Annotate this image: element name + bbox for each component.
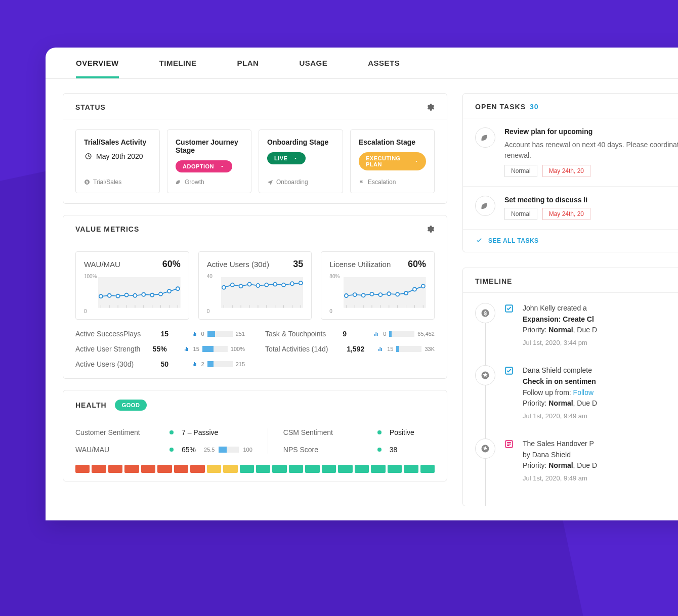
y-label: 100% <box>84 274 97 279</box>
main-tabs: OVERVIEW TIMELINE PLAN USAGE ASSETS <box>46 48 678 79</box>
svg-point-16 <box>142 293 145 296</box>
health-segment <box>355 465 369 473</box>
health-segment <box>371 465 385 473</box>
open-tasks-title: OPEN TASKS <box>475 103 526 111</box>
svg-point-32 <box>222 286 225 289</box>
vm-sparkline: 15 100% <box>183 346 245 352</box>
health-label: NPS Score <box>283 446 369 454</box>
vm-chart-value: 60% <box>162 259 181 270</box>
onboard-pill[interactable]: LIVE <box>267 152 306 164</box>
see-all-tasks[interactable]: SEE ALL TASKS <box>463 230 678 252</box>
task-item[interactable]: Set meeting to discuss li Normal May 24t… <box>463 187 678 230</box>
vm-row-value: 55% <box>153 345 176 353</box>
svg-point-19 <box>167 289 171 293</box>
svg-point-40 <box>290 282 294 285</box>
health-segment <box>174 465 188 473</box>
svg-point-34 <box>239 284 242 288</box>
svg-point-55 <box>362 293 365 297</box>
check-icon <box>504 304 514 313</box>
status-card-foot: Escalation <box>359 179 426 186</box>
status-title: STATUS <box>75 103 106 111</box>
mini-bar: 25.5 100 <box>204 447 252 453</box>
health-segment <box>157 465 172 473</box>
vm-chart-value: 35 <box>293 259 303 270</box>
timeline-node-icon <box>475 303 495 323</box>
status-card-title: Onboarding Stage <box>267 138 334 146</box>
vm-chart: Active Users (30d) 35 40 0 <box>198 251 312 320</box>
health-label: WAU/MAU <box>75 446 161 454</box>
status-card-escalation: Escalation Stage EXECUTING PLAN Escalati… <box>350 129 435 193</box>
status-card-foot: Trial/Sales <box>84 179 151 186</box>
health-label: CSM Sentiment <box>283 428 369 436</box>
y-label: 80% <box>329 274 340 279</box>
vm-row-value: 1,592 <box>347 345 370 353</box>
y-label: 0 <box>84 309 87 314</box>
health-segment <box>305 465 319 473</box>
timeline-item[interactable]: John Kelly created a Expansion: Create C… <box>475 303 678 365</box>
svg-point-20 <box>176 287 180 290</box>
health-segment <box>240 465 254 473</box>
gear-icon[interactable] <box>426 103 435 112</box>
timeline-item[interactable]: The Sales Handover Pby Dana ShieldPriori… <box>475 438 678 501</box>
vm-title: VALUE METRICS <box>75 225 139 233</box>
health-segment <box>207 465 221 473</box>
health-row: WAU/MAU 65% 25.5 100 <box>75 446 252 454</box>
chevron-down-icon <box>414 158 419 164</box>
svg-point-58 <box>388 292 391 295</box>
chevron-down-icon <box>219 163 225 169</box>
journey-pill[interactable]: ADOPTION <box>176 160 232 172</box>
tl-meta: Jul 1st, 2020, 3:44 pm <box>523 338 678 348</box>
tl-line: by Dana Shield <box>523 450 678 461</box>
health-badge: GOOD <box>115 400 147 411</box>
escalation-pill[interactable]: EXECUTING PLAN <box>359 152 426 170</box>
health-value: 38 <box>390 446 398 454</box>
gear-icon[interactable] <box>426 225 435 234</box>
y-label: 0 <box>329 309 332 314</box>
svg-point-33 <box>230 283 234 287</box>
task-title: Set meeting to discuss li <box>504 196 678 204</box>
check-icon <box>504 439 514 449</box>
priority-chip: Normal <box>504 165 537 177</box>
bar-chart-icon <box>183 346 190 352</box>
bar-chart-icon <box>191 331 198 337</box>
tab-plan[interactable]: PLAN <box>237 59 259 78</box>
status-card-date: May 20th 2020 <box>84 152 151 160</box>
dot-icon <box>169 430 174 434</box>
tab-overview[interactable]: OVERVIEW <box>76 59 119 78</box>
chevron-down-icon <box>292 155 299 161</box>
tl-line: Dana Shield complete <box>523 365 678 376</box>
vm-row: Total Activities (14d) 1,592 15 33K <box>265 345 435 353</box>
health-row: NPS Score 38 <box>283 446 435 454</box>
vm-sparkline: 0 65,452 <box>373 331 435 337</box>
health-row: Customer Sentiment 7 – Passive <box>75 428 252 436</box>
priority-chip: Normal <box>504 208 537 220</box>
leaf-icon <box>475 127 495 148</box>
vm-row-value: 50 <box>161 360 184 368</box>
health-row: CSM Sentiment Positive <box>283 428 435 436</box>
open-tasks-panel: OPEN TASKS 30 Review plan for upcoming A… <box>462 93 678 252</box>
flag-icon <box>359 179 365 185</box>
health-segment <box>272 465 286 473</box>
status-card-foot: Onboarding <box>267 179 334 186</box>
svg-point-59 <box>396 292 399 296</box>
tab-usage[interactable]: USAGE <box>299 59 327 78</box>
sparkline-chart <box>221 277 304 311</box>
health-segment <box>289 465 303 473</box>
tab-assets[interactable]: ASSETS <box>368 59 400 78</box>
value-metrics-panel: VALUE METRICS WAU/MAU 60% 100% 0 <box>63 215 447 379</box>
vm-row-label: Task & Touchpoints <box>265 330 335 338</box>
svg-point-18 <box>159 292 162 296</box>
check-icon <box>504 366 514 375</box>
health-segment <box>75 465 90 473</box>
tab-timeline[interactable]: TIMELINE <box>159 59 197 78</box>
status-card-title: Customer Journey Stage <box>176 138 243 154</box>
health-panel: HEALTH GOOD Customer Sentiment 7 – Passi… <box>63 390 447 481</box>
svg-point-11 <box>99 294 103 298</box>
timeline-panel: TIMELINE John Kelly created a Expansion:… <box>462 268 678 506</box>
health-segment <box>420 465 435 473</box>
tl-line: The Sales Handover P <box>523 438 678 450</box>
svg-point-54 <box>353 293 357 296</box>
task-item[interactable]: Review plan for upcoming Account has ren… <box>463 118 678 187</box>
timeline-item[interactable]: Dana Shield completeCheck in on sentimen… <box>475 365 678 438</box>
svg-point-62 <box>421 284 425 288</box>
